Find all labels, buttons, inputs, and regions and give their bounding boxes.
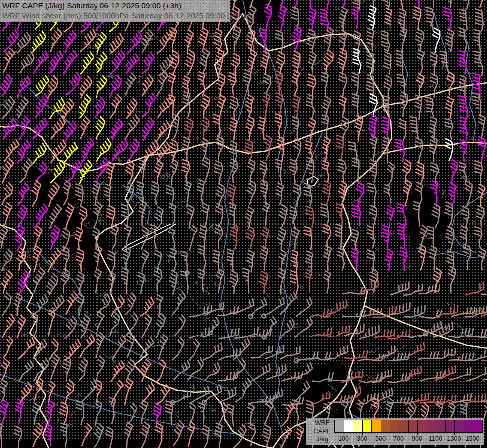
wind-barb: [405, 342, 425, 358]
contour-line: [391, 346, 406, 352]
wind-barb: [14, 426, 22, 448]
wind-barb: [415, 162, 423, 185]
wind-barb: [182, 91, 190, 117]
wind-barb: [50, 226, 59, 250]
map-title-cape: WRF CAPE (J/kg) Saturday 06-12-2025 09:0…: [2, 1, 230, 11]
wind-barb: [65, 160, 81, 183]
wind-barb: [142, 52, 155, 73]
wind-barb: [96, 75, 107, 98]
colorbar-cell: [427, 420, 436, 432]
wind-barb: [292, 51, 300, 73]
wind-barb: [170, 159, 178, 185]
wind-barb: [246, 250, 254, 272]
wind-barb: [49, 51, 63, 74]
wind-barb: [281, 426, 292, 448]
wind-barb: [338, 0, 347, 7]
wind-barb: [203, 343, 222, 360]
wind-barb: [337, 159, 346, 183]
wind-barb: [275, 183, 284, 205]
wind-barb: [189, 339, 200, 361]
wind-barb: [335, 224, 342, 249]
wind-barb: [185, 50, 195, 75]
contour-line: [290, 191, 297, 205]
wind-barb: [19, 360, 33, 381]
wind-barb: [0, 400, 8, 425]
wind-barb: [306, 94, 314, 119]
wind-barb: [104, 184, 111, 206]
weather-map-canvas: [0, 0, 487, 448]
wind-barb: [478, 115, 485, 140]
wind-barb: [0, 74, 12, 96]
wind-barb: [78, 358, 88, 381]
wind-barb: [33, 423, 43, 447]
wind-barb: [246, 116, 254, 140]
wind-barb: [420, 371, 445, 381]
wind-barb: [476, 0, 483, 8]
wind-barb: [295, 317, 313, 338]
contour-line: [265, 287, 270, 298]
wind-barb: [173, 420, 184, 446]
contour-ring: [465, 152, 467, 154]
wind-barb: [214, 225, 222, 250]
contour-ring: [290, 241, 293, 245]
wind-barb: [428, 0, 436, 8]
colorbar-cell: [464, 420, 473, 432]
wind-barb: [180, 271, 188, 294]
wind-barb: [50, 354, 59, 380]
colorbar-cell: [353, 420, 362, 432]
wind-barb: [0, 423, 2, 448]
wind-barb: [258, 117, 265, 140]
map-title-wind-shear: WRF Wind shear (m/s) 500/1000hPa Saturda…: [2, 11, 230, 21]
wind-barb: [168, 73, 175, 97]
wind-barb: [202, 157, 209, 183]
wind-barb: [474, 227, 482, 249]
wind-barb: [95, 52, 107, 73]
wind-barb: [137, 182, 144, 206]
wind-barb: [169, 139, 178, 162]
wind-barb: [157, 30, 173, 54]
wind-barb: [141, 250, 149, 272]
wind-barb: [339, 7, 348, 31]
contour-line: [112, 360, 120, 366]
wind-barb: [387, 162, 395, 186]
wind-barb: [233, 298, 254, 315]
wind-barb: [50, 28, 62, 52]
country-border: [364, 306, 487, 348]
wind-barb: [445, 29, 454, 52]
wind-barb: [18, 183, 29, 205]
wind-barb: [259, 28, 266, 54]
wind-barb: [169, 270, 177, 295]
contour-line: [137, 76, 142, 84]
wind-barb: [201, 117, 209, 139]
wind-barb: [245, 94, 253, 117]
wind-barb: [121, 204, 129, 228]
contour-line: [312, 153, 326, 161]
wind-barb: [16, 97, 28, 119]
colorbar-cell: [362, 420, 372, 432]
wind-barb: [0, 379, 8, 402]
contour-line: [97, 292, 108, 297]
wind-barb: [95, 97, 105, 118]
wind-barb: [280, 292, 297, 315]
wind-barb: [189, 305, 212, 317]
wind-barb: [465, 282, 483, 295]
wind-barb: [304, 227, 312, 250]
wind-barb: [153, 403, 161, 426]
wind-barb: [351, 249, 358, 272]
wind-barb: [320, 204, 328, 227]
wind-barb: [188, 421, 195, 447]
wind-barb: [44, 424, 52, 446]
wind-barb: [425, 97, 434, 117]
wind-barb: [461, 206, 469, 229]
wind-barb: [66, 72, 80, 95]
wind-barb: [235, 378, 251, 402]
colorbar-cell: [381, 420, 390, 432]
colorbar-cell: [399, 420, 408, 432]
wind-barb: [467, 366, 487, 381]
wind-barb: [189, 327, 213, 338]
contour-line: [196, 136, 200, 142]
colorbar-tick-label: 700: [393, 435, 404, 442]
wind-barb: [260, 246, 268, 271]
wind-barb: [337, 248, 345, 271]
wind-barb: [32, 403, 40, 425]
